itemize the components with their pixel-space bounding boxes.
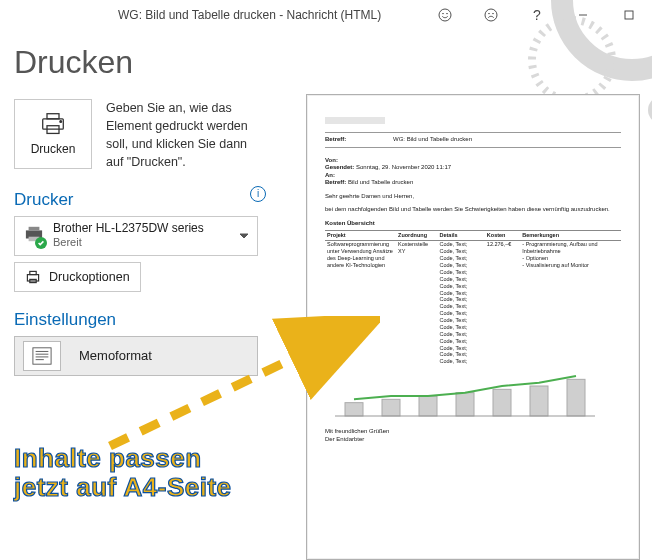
memo-format-label: Memoformat [79, 348, 152, 363]
svg-rect-26 [345, 402, 363, 415]
window-title: WG: Bild und Tabelle drucken - Nachricht… [118, 8, 381, 22]
svg-rect-21 [33, 347, 51, 363]
preview-chart [325, 372, 621, 423]
svg-point-6 [485, 9, 497, 21]
svg-rect-32 [567, 379, 585, 416]
svg-point-4 [443, 13, 444, 14]
maximize-button[interactable] [606, 0, 652, 30]
memo-format-button[interactable]: Memoformat [14, 336, 258, 376]
svg-rect-10 [625, 11, 633, 19]
svg-rect-19 [30, 271, 36, 274]
preview-page: Betreff: WG: Bild und Tabelle drucken Vo… [315, 103, 631, 551]
feedback-sad-icon[interactable] [468, 0, 514, 30]
svg-point-7 [489, 13, 490, 14]
print-options-button[interactable]: Druckoptionen [14, 262, 141, 292]
svg-rect-29 [456, 392, 474, 415]
title-bar: WG: Bild und Tabelle drucken - Nachricht… [0, 0, 652, 30]
svg-rect-28 [419, 396, 437, 416]
preview-table: Projekt Zuordnung Details Kosten Bemerku… [325, 230, 621, 366]
svg-point-8 [493, 13, 494, 14]
svg-rect-31 [530, 386, 548, 416]
print-options-icon [25, 269, 41, 285]
svg-rect-11 [47, 114, 59, 119]
printer-section-title: Drucker [14, 190, 74, 210]
ready-check-icon [35, 237, 47, 249]
printer-select[interactable]: Brother HL-L2375DW series Bereit [14, 216, 258, 256]
page-title: Drucken [14, 44, 286, 81]
print-button[interactable]: Drucken [14, 99, 92, 169]
info-icon[interactable]: i [250, 186, 266, 202]
print-options-label: Druckoptionen [49, 270, 130, 284]
svg-rect-30 [493, 389, 511, 416]
settings-section-title: Einstellungen [14, 310, 286, 330]
printer-status-icon [23, 225, 45, 247]
svg-rect-18 [27, 274, 38, 280]
svg-rect-16 [29, 226, 40, 230]
print-preview: Betreff: WG: Bild und Tabelle drucken Vo… [306, 94, 640, 560]
svg-point-3 [439, 9, 451, 21]
printer-name: Brother HL-L2375DW series [53, 222, 204, 236]
print-button-label: Drucken [31, 142, 76, 156]
minimize-button[interactable] [560, 0, 606, 30]
print-hint-text: Geben Sie an, wie das Element gedruckt w… [106, 99, 264, 172]
feedback-happy-icon[interactable] [422, 0, 468, 30]
svg-point-5 [447, 13, 448, 14]
printer-status: Bereit [53, 236, 204, 249]
svg-rect-27 [382, 399, 400, 416]
printer-icon [39, 112, 67, 136]
memo-format-icon [23, 341, 61, 371]
svg-point-14 [60, 121, 62, 123]
chevron-down-icon [239, 227, 249, 245]
help-icon[interactable]: ? [514, 0, 560, 30]
